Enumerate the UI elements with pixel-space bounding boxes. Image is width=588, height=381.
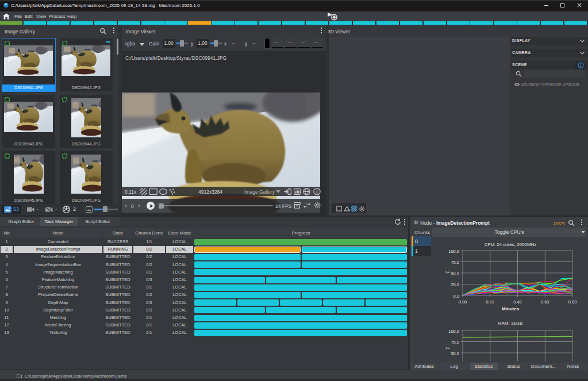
svg-text:RAM: 31GB: RAM: 31GB [498,321,523,326]
svg-text:0.0: 0.0 [454,294,459,299]
svg-text:0.83: 0.83 [568,299,577,305]
svg-text:75.0: 75.0 [451,260,459,265]
svg-text:Minutes: Minutes [502,306,520,311]
svg-text:0.42: 0.42 [513,299,522,305]
svg-text:50.0: 50.0 [451,271,459,276]
svg-text:0.21: 0.21 [486,299,494,305]
svg-text:25.0: 25.0 [451,282,459,287]
svg-text:50.0: 50.0 [451,351,459,356]
svg-text:100.0: 100.0 [448,329,459,334]
svg-text:0.63: 0.63 [541,299,549,305]
svg-text:CPU: 24 cores, 2000MHz: CPU: 24 cores, 2000MHz [485,242,537,247]
svg-text:✂: ✂ [445,270,450,275]
svg-text:100.0: 100.0 [448,249,459,254]
svg-text:0.00: 0.00 [459,299,467,305]
svg-text:✂: ✂ [445,345,450,351]
svg-text:75.0: 75.0 [451,340,459,345]
